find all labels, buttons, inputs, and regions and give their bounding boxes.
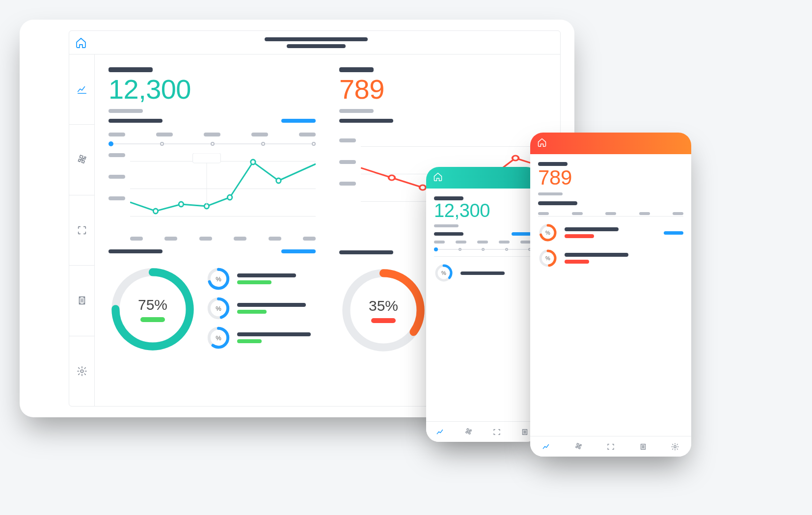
- primary-line-chart: [130, 153, 316, 232]
- y-axis-labels: [108, 153, 125, 232]
- sidebar: [69, 54, 95, 406]
- nav-chart-icon[interactable]: [69, 54, 94, 125]
- x-axis-labels: [130, 237, 316, 241]
- phone-slider[interactable]: [434, 247, 531, 251]
- primary-panel: 12,300: [108, 67, 316, 393]
- phone-action-link[interactable]: [512, 232, 531, 236]
- phone-mini-2: %: [538, 248, 683, 268]
- phone-orange-metric: 789: [538, 166, 683, 190]
- svg-point-2: [179, 202, 183, 207]
- phone-teal-tabbar: [426, 421, 539, 442]
- home-icon[interactable]: [75, 37, 87, 49]
- mini-symbol: %: [207, 267, 230, 291]
- svg-rect-7: [193, 153, 221, 163]
- svg-point-47: [674, 445, 677, 448]
- secondary-metric-value: 789: [339, 73, 546, 105]
- svg-point-21: [513, 156, 519, 161]
- tab-list-icon[interactable]: [520, 428, 529, 436]
- svg-point-17: [389, 175, 395, 180]
- svg-point-1: [153, 209, 158, 214]
- svg-point-18: [420, 185, 426, 190]
- chart-action-link[interactable]: [281, 119, 316, 123]
- phone-mini-1: %: [538, 223, 683, 243]
- primary-metric-value: 12,300: [108, 73, 316, 105]
- phone-teal-metric: 12,300: [434, 200, 531, 221]
- tab-gear-icon[interactable]: [671, 442, 679, 451]
- nav-gear-icon[interactable]: [69, 336, 94, 406]
- tab-puzzle-icon[interactable]: [574, 442, 583, 451]
- mini-metrics-list: % % %: [207, 267, 311, 350]
- tab-chart-icon[interactable]: [436, 428, 445, 436]
- phone-tabs[interactable]: [434, 241, 531, 244]
- mini-link[interactable]: [664, 231, 683, 235]
- phone-teal: 12,300 %: [426, 167, 539, 442]
- donut-action-link[interactable]: [281, 249, 316, 253]
- primary-donut-label: 75%: [138, 297, 167, 313]
- top-bar: [69, 31, 560, 54]
- period-slider[interactable]: [108, 141, 316, 146]
- mini-metric-1: %: [207, 267, 311, 291]
- phone-orange-header: [530, 133, 691, 154]
- tab-scan-icon[interactable]: [606, 442, 615, 451]
- svg-point-4: [227, 195, 232, 200]
- phone-mini-1: %: [434, 263, 531, 283]
- secondary-donut-label: 35%: [369, 298, 398, 314]
- home-icon[interactable]: [537, 137, 547, 149]
- primary-donut: 75%: [108, 265, 197, 353]
- nav-puzzle-icon[interactable]: [69, 125, 94, 195]
- tab-list-icon[interactable]: [639, 442, 648, 451]
- secondary-donut: 35%: [339, 266, 428, 354]
- phone-tabs[interactable]: [538, 212, 683, 215]
- phone-orange: 789 % %: [530, 133, 691, 457]
- top-bar-title: [87, 37, 545, 48]
- phone-orange-tabbar: [530, 436, 691, 457]
- nav-list-icon[interactable]: [69, 266, 94, 336]
- tab-chart-icon[interactable]: [542, 442, 551, 451]
- chart2-heading: [339, 119, 546, 123]
- home-icon[interactable]: [433, 172, 443, 184]
- svg-point-5: [251, 160, 255, 164]
- period-tabs[interactable]: [108, 133, 316, 136]
- phone-teal-header: [426, 167, 539, 189]
- mini-metric-2: %: [207, 297, 311, 320]
- tab-scan-icon[interactable]: [492, 428, 501, 436]
- svg-point-6: [276, 178, 281, 183]
- mini-metric-3: %: [207, 326, 311, 350]
- nav-scan-icon[interactable]: [69, 195, 94, 266]
- chart-heading: [108, 119, 316, 123]
- y-axis-labels-2: [339, 138, 356, 217]
- tab-puzzle-icon[interactable]: [464, 428, 473, 436]
- donut-heading: [108, 249, 316, 253]
- svg-point-0: [81, 370, 83, 373]
